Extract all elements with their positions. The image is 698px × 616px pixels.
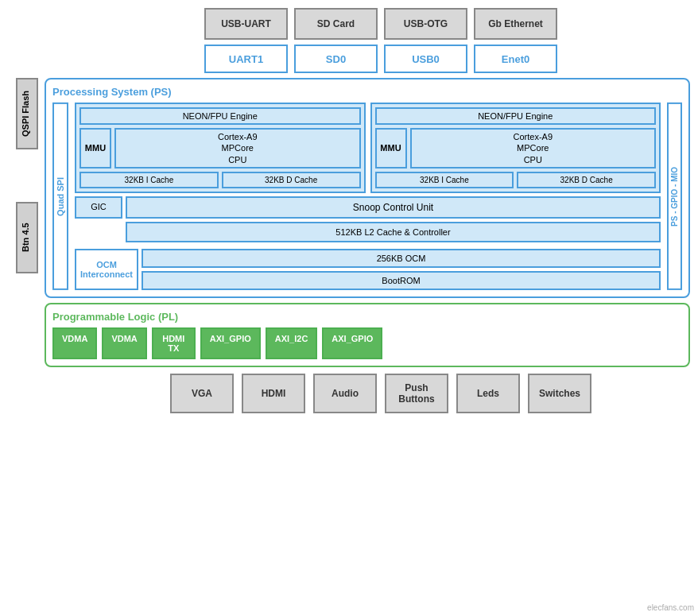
cpu-core-1: NEON/FPU Engine MMU Cortex-A9 MPCore CPU… [370,103,661,193]
periph-usb-uart: USB-UART [204,8,288,40]
periph-audio: Audio [313,374,377,413]
ps-main-content: NEON/FPU Engine MMU Cortex-A9 MPCore CPU… [75,103,661,290]
cortex-0: Cortex-A9 MPCore CPU [114,128,361,169]
ps-pl-wrapper: Processing System (PS) Quad SPI NEON/FPU… [45,78,690,367]
iface-uart1: UART1 [204,45,288,73]
ocm-right: 256KB OCM BootROM [142,249,661,290]
l2-box: 512KB L2 Cache & Controller [126,222,661,242]
cortex-1: Cortex-A9 MPCore CPU [410,128,657,169]
far-left-labels: QSPI Flash Btn 4.5 [16,78,38,367]
pl-axi-gpio-1: AXI_GPIO [322,327,382,359]
dcache-1: 32KB D Cache [517,172,656,188]
cache-row-1: 32KB I Cache 32KB D Cache [375,172,657,188]
ps-title: Processing System (PS) [52,86,682,98]
gic-scu-row: GIC Snoop Control Unit [75,196,661,219]
top-peripherals-row: USB-UART SD Card USB-OTG Gb Ethernet [72,8,690,40]
pl-vdma-0: VDMA [52,327,97,359]
qspi-flash-label: QSPI Flash [16,78,38,149]
icache-0: 32KB I Cache [79,172,219,188]
pl-axi-i2c: AXI_I2C [266,327,318,359]
pl-container: Programmable Logic (PL) VDMA VDMA HDMI T… [45,303,690,367]
periph-hdmi: HDMI [242,374,305,413]
cores-row: NEON/FPU Engine MMU Cortex-A9 MPCore CPU… [75,103,661,193]
periph-switches: Switches [528,374,591,413]
iface-enet0: Enet0 [474,45,557,73]
periph-gb-ethernet: Gb Ethernet [474,8,557,40]
cache-row-0: 32KB I Cache 32KB D Cache [79,172,361,188]
neon-fpu-1: NEON/FPU Engine [375,107,657,125]
mmu-0: MMU [79,128,111,169]
periph-vga: VGA [170,374,234,413]
l2-spacer [75,222,126,246]
pl-axi-gpio-0: AXI_GPIO [200,327,261,359]
mmu-1: MMU [375,128,407,169]
periph-sd-card: SD Card [294,8,378,40]
dcache-0: 32KB D Cache [222,172,361,188]
periph-leds: Leds [456,374,520,413]
pl-hdmi-tx: HDMI TX [152,327,196,359]
pl-blocks-row: VDMA VDMA HDMI TX AXI_GPIO AXI_I2C AXI_G… [52,327,682,359]
middle-section: QSPI Flash Btn 4.5 Processing System (PS… [16,78,690,367]
ps-container: Processing System (PS) Quad SPI NEON/FPU… [45,78,690,298]
ps-gpio-side-label: PS - GPIO - MIO [667,103,682,290]
periph-usb-otg: USB-OTG [384,8,467,40]
btn45-label: Btn 4.5 [16,202,38,273]
bootrom: BootROM [142,271,661,290]
pl-title: Programmable Logic (PL) [52,311,682,323]
iface-usb0: USB0 [384,45,467,73]
scu-box: Snoop Control Unit [126,196,661,219]
core-inner-0: MMU Cortex-A9 MPCore CPU [79,128,361,169]
l2-row: 512KB L2 Cache & Controller [75,222,661,246]
neon-fpu-0: NEON/FPU Engine [79,107,361,125]
top-interfaces-row: UART1 SD0 USB0 Enet0 [72,45,690,73]
cpu-core-0: NEON/FPU Engine MMU Cortex-A9 MPCore CPU… [75,103,366,193]
pl-vdma-1: VDMA [102,327,146,359]
quad-spi-side-label: Quad SPI [52,103,68,290]
iface-sd0: SD0 [294,45,378,73]
diagram-container: USB-UART SD Card USB-OTG Gb Ethernet UAR… [0,0,698,616]
ocm-row: OCM Interconnect 256KB OCM BootROM [75,249,661,290]
icache-1: 32KB I Cache [375,172,514,188]
ocm-256: 256KB OCM [142,249,661,268]
periph-push-buttons: Push Buttons [385,374,448,413]
bottom-peripherals-row: VGA HDMI Audio Push Buttons Leds Switche… [72,374,690,413]
gic-box: GIC [75,196,122,219]
core-inner-1: MMU Cortex-A9 MPCore CPU [375,128,657,169]
ps-inner-row: Quad SPI NEON/FPU Engine MMU Cortex-A9 M… [52,103,682,290]
ocm-interconnect: OCM Interconnect [75,249,138,290]
watermark: elecfans.com [647,603,694,612]
